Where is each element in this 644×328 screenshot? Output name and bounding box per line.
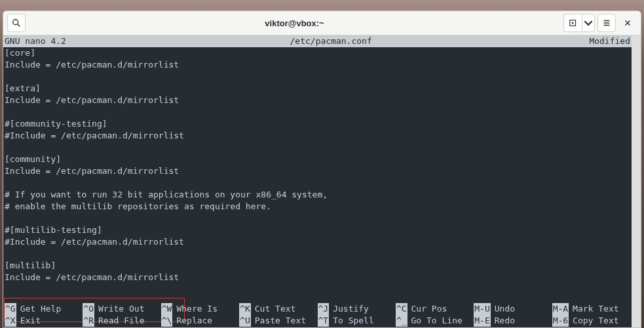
- shortcut-item: M-6Copy Text: [552, 315, 630, 327]
- shortcut-label: Where Is: [176, 303, 218, 315]
- shortcut-item: M-UUndo: [474, 303, 552, 315]
- shortcut-row-2: ^XExit^RRead File^\Replace^UPaste Text^T…: [5, 315, 630, 327]
- shortcut-label: Justify: [333, 303, 369, 315]
- shortcut-item: ^GGet Help: [5, 303, 83, 315]
- nano-file-path: /etc/pacman.conf: [73, 35, 589, 47]
- shortcut-key: ^X: [5, 315, 16, 327]
- new-tab-button[interactable]: [563, 14, 582, 32]
- hamburger-menu-button[interactable]: [597, 14, 616, 32]
- shortcut-key: M-U: [474, 303, 490, 315]
- shortcut-key: ^W: [161, 303, 173, 315]
- shortcut-key: M-6: [552, 315, 569, 327]
- shortcut-label: To Spell: [333, 315, 374, 327]
- shortcut-row-1: ^GGet Help^OWrite Out^WWhere Is^KCut Tex…: [5, 303, 630, 315]
- shortcut-label: Read File: [98, 315, 144, 327]
- close-button[interactable]: [618, 14, 637, 32]
- titlebar: viktor@vbox:~: [3, 11, 641, 35]
- svg-line-1: [18, 24, 20, 27]
- shortcut-item: M-ERedo: [474, 315, 552, 327]
- shortcut-item: ^KCut Text: [239, 303, 317, 315]
- terminal-area[interactable]: GNU nano 4.2 /etc/pacman.conf Modified […: [3, 35, 641, 327]
- shortcut-item: ^TTo Spell: [318, 315, 396, 327]
- shortcut-item: M-AMark Text: [552, 303, 630, 315]
- new-tab-icon: [569, 18, 578, 28]
- shortcut-label: Redo: [495, 315, 515, 327]
- svg-point-0: [13, 20, 18, 25]
- new-tab-dropdown[interactable]: [582, 14, 595, 32]
- shortcut-key: ^O: [83, 303, 94, 315]
- shortcut-label: Exit: [20, 315, 41, 327]
- shortcut-key: ^_: [396, 315, 407, 327]
- nano-shortcuts: ^GGet Help^OWrite Out^WWhere Is^KCut Tex…: [3, 303, 632, 327]
- shortcut-label: Get Help: [20, 303, 62, 315]
- shortcut-label: Cur Pos: [411, 303, 447, 315]
- shortcut-key: ^J: [318, 303, 330, 315]
- shortcut-label: Mark Text: [573, 303, 618, 315]
- shortcut-key: ^\: [161, 315, 173, 327]
- shortcut-item: ^CCur Pos: [396, 303, 474, 315]
- shortcut-label: Paste Text: [255, 315, 306, 327]
- shortcut-item: ^RRead File: [83, 315, 161, 327]
- nano-app-version: GNU nano 4.2: [5, 35, 73, 47]
- terminal-window: viktor@vbox:~ GNU nano 4.2 /etc/pacman.c…: [3, 10, 641, 328]
- file-content: [core] Include = /etc/pacman.d/mirrorlis…: [3, 47, 632, 283]
- shortcut-key: M-E: [474, 315, 490, 327]
- shortcut-item: ^\Replace: [161, 315, 239, 327]
- shortcut-key: M-A: [552, 303, 569, 315]
- hamburger-icon: [602, 18, 611, 28]
- shortcut-label: Write Out: [98, 303, 144, 315]
- nano-header: GNU nano 4.2 /etc/pacman.conf Modified: [3, 35, 632, 47]
- shortcut-key: ^G: [5, 303, 16, 315]
- shortcut-item: ^UPaste Text: [239, 315, 317, 327]
- shortcut-label: Cut Text: [255, 303, 296, 315]
- close-icon: [623, 18, 632, 28]
- shortcut-key: ^C: [396, 303, 407, 315]
- shortcut-label: Copy Text: [573, 315, 618, 327]
- shortcut-key: ^R: [83, 315, 94, 327]
- shortcut-item: ^WWhere Is: [161, 303, 239, 315]
- window-title: viktor@vbox:~: [28, 18, 561, 28]
- chevron-down-icon: [584, 18, 593, 28]
- search-button[interactable]: [7, 14, 26, 32]
- search-icon: [12, 18, 21, 28]
- shortcut-label: Undo: [495, 303, 515, 315]
- shortcut-key: ^T: [318, 315, 330, 327]
- shortcut-label: Go To Line: [411, 315, 463, 327]
- shortcut-item: ^XExit: [5, 315, 83, 327]
- shortcut-item: ^JJustify: [318, 303, 396, 315]
- nano-status: Modified: [589, 35, 630, 47]
- shortcut-item: ^_Go To Line: [396, 315, 474, 327]
- shortcut-label: Replace: [176, 315, 212, 327]
- shortcut-key: ^U: [239, 315, 251, 327]
- shortcut-key: ^K: [239, 303, 251, 315]
- new-tab-group: [563, 14, 595, 32]
- shortcut-item: ^OWrite Out: [83, 303, 161, 315]
